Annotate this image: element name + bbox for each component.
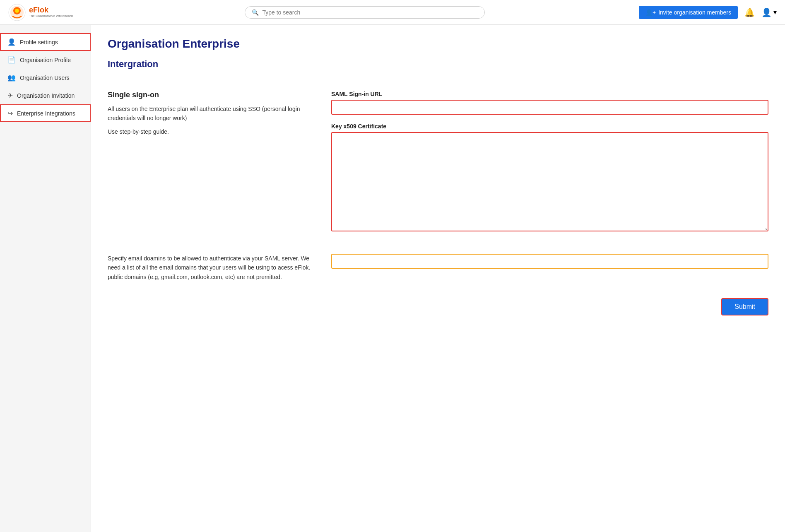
sidebar-label-organisation-profile: Organisation Profile — [20, 57, 71, 63]
user-menu[interactable]: 👤 ▾ — [761, 7, 777, 17]
main-content: Organisation Enterprise Intergration Sin… — [91, 25, 785, 532]
sidebar-label-enterprise-integrations: Enterprise Integrations — [17, 110, 75, 117]
organisation-invitation-icon: ✈ — [7, 91, 13, 99]
header: eFlok The Collaborative Whiteboard 🔍 👤+ … — [0, 0, 785, 25]
search-input[interactable] — [262, 9, 478, 16]
sidebar-item-organisation-profile[interactable]: 📄 Organisation Profile — [0, 51, 91, 69]
domains-description-text: Specify email doamins to be allowed to a… — [108, 254, 315, 282]
domains-input[interactable] — [331, 254, 768, 269]
domains-section: Specify email doamins to be allowed to a… — [108, 254, 768, 282]
cert-label: Key x509 Certificate — [331, 123, 768, 130]
sidebar-label-organisation-invitation: Organisation Invitation — [17, 92, 75, 99]
logo-name: eFlok — [29, 6, 73, 14]
sso-fields: SAML Sign-in URL Key x509 Certificate — [331, 91, 768, 241]
sso-guide-text: Use step-by-step guide. — [108, 127, 315, 136]
user-dropdown-icon: ▾ — [773, 8, 777, 16]
search-icon: 🔍 — [252, 9, 259, 16]
search-container: 🔍 — [91, 6, 639, 19]
saml-url-input[interactable] — [331, 100, 768, 115]
sidebar-label-organisation-users: Organisation Users — [20, 75, 70, 81]
organisation-profile-icon: 📄 — [7, 56, 16, 64]
sidebar-item-organisation-users[interactable]: 👥 Organisation Users — [0, 69, 91, 87]
sidebar-label-profile-settings: Profile settings — [20, 39, 58, 46]
sidebar-item-enterprise-integrations[interactable]: ↪ Enterprise Integrations — [0, 104, 91, 122]
logo-subtitle: The Collaborative Whiteboard — [29, 14, 73, 18]
page-title: Organisation Enterprise — [108, 37, 768, 51]
submit-area: Submit — [108, 298, 768, 315]
domains-field — [331, 254, 768, 269]
sso-description-text: All users on the Enterprise plan will au… — [108, 104, 315, 123]
sidebar-item-profile-settings[interactable]: 👤 Profile settings — [0, 33, 91, 51]
sso-section: Single sign-on All users on the Enterpri… — [108, 91, 768, 241]
invite-button[interactable]: 👤+ Invite organisation members — [639, 6, 738, 19]
sso-title: Single sign-on — [108, 91, 315, 99]
sso-description: Single sign-on All users on the Enterpri… — [108, 91, 315, 140]
invite-label: Invite organisation members — [658, 9, 731, 16]
invite-icon: 👤+ — [645, 9, 656, 16]
saml-url-label: SAML Sign-in URL — [331, 91, 768, 97]
sidebar-item-organisation-invitation[interactable]: ✈ Organisation Invitation — [0, 87, 91, 104]
cert-textarea[interactable] — [331, 132, 768, 231]
header-actions: 👤+ Invite organisation members 🔔 👤 ▾ — [639, 6, 777, 19]
submit-button[interactable]: Submit — [721, 298, 768, 315]
svg-point-3 — [15, 9, 19, 13]
logo-area: eFlok The Collaborative Whiteboard — [8, 4, 91, 21]
notification-bell-icon[interactable]: 🔔 — [744, 7, 755, 17]
section-title: Intergration — [108, 59, 768, 70]
layout: 👤 Profile settings 📄 Organisation Profil… — [0, 25, 785, 532]
search-bar: 🔍 — [245, 6, 485, 19]
profile-settings-icon: 👤 — [7, 38, 16, 46]
section-divider — [108, 78, 768, 78]
logo-text: eFlok The Collaborative Whiteboard — [29, 6, 73, 18]
organisation-users-icon: 👥 — [7, 74, 16, 82]
enterprise-integrations-icon: ↪ — [7, 109, 13, 117]
user-avatar-icon: 👤 — [761, 7, 772, 17]
sidebar: 👤 Profile settings 📄 Organisation Profil… — [0, 25, 91, 532]
logo-icon — [8, 4, 26, 21]
